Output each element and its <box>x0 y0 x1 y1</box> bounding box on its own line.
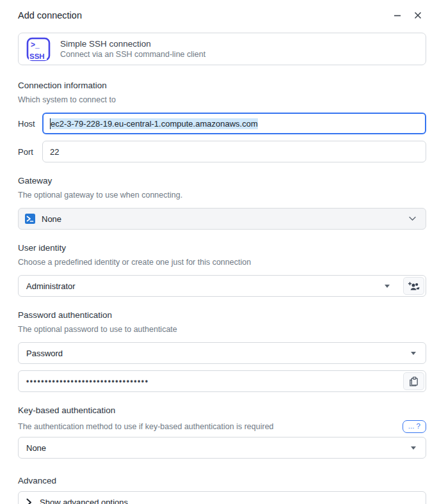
gateway-heading: Gateway <box>18 176 426 185</box>
advanced-toggle[interactable]: Show advanced options <box>18 491 426 504</box>
close-button[interactable] <box>411 8 425 22</box>
minimize-button[interactable] <box>390 8 404 22</box>
gateway-selected-value: None <box>42 214 61 224</box>
copy-password-button[interactable] <box>403 372 424 390</box>
key-auth-selected-value: None <box>19 443 411 453</box>
window-titlebar: Add connection <box>18 0 426 25</box>
page-title: Add connection <box>18 10 82 20</box>
key-auth-heading: Key-based authentication <box>18 406 426 415</box>
copy-icon <box>408 376 419 387</box>
section-gateway: Gateway The optional gateway to use when… <box>18 176 426 230</box>
section-key-based-authentication: Key-based authentication The authenticat… <box>18 406 426 459</box>
connection-heading: Connection information <box>18 81 426 90</box>
port-label: Port <box>18 147 42 157</box>
ssh-badge-icon: >_ SSH <box>26 36 51 62</box>
section-user-identity: User identity Choose a predefined identi… <box>18 243 426 297</box>
password-method-select[interactable]: Password <box>18 342 426 364</box>
identity-heading: User identity <box>18 243 426 253</box>
add-person-icon <box>408 281 420 291</box>
powershell-icon <box>25 214 35 224</box>
close-icon <box>414 12 422 19</box>
key-auth-select[interactable]: None <box>18 437 426 459</box>
password-subheading: The optional password to use to authenti… <box>18 325 426 334</box>
minimize-icon <box>394 12 401 19</box>
card-subtitle: Connect via an SSH command-line client <box>60 50 205 59</box>
card-title: Simple SSH connection <box>60 39 205 49</box>
identity-combobox[interactable]: Administrator <box>18 275 426 297</box>
connection-subheading: Which system to connect to <box>18 95 426 104</box>
add-connection-dialog: Add connection >_ SSH Simple SSH connect… <box>0 0 439 504</box>
dropdown-arrow-icon <box>411 352 416 355</box>
advanced-heading: Advanced <box>18 476 426 485</box>
chevron-right-icon <box>26 498 32 504</box>
password-masked-value: ••••••••••••••••••••••••••••••••• <box>19 377 399 386</box>
identity-selected-value: Administrator <box>19 281 385 291</box>
add-identity-button[interactable] <box>403 277 424 295</box>
help-label: ... ? <box>408 422 420 430</box>
advanced-toggle-label: Show advanced options <box>40 498 128 504</box>
svg-text:SSH: SSH <box>29 52 45 60</box>
identity-subheading: Choose a predefined identity or create o… <box>18 258 426 267</box>
dropdown-arrow-icon <box>385 285 390 288</box>
window-controls <box>390 8 426 22</box>
password-heading: Password authentication <box>18 310 426 320</box>
key-auth-help-button[interactable]: ... ? <box>403 420 426 433</box>
key-auth-subheading: The authentication method to use if key-… <box>18 422 274 431</box>
section-password-authentication: Password authentication The optional pas… <box>18 310 426 392</box>
connection-type-card: >_ SSH Simple SSH connection Connect via… <box>18 33 426 65</box>
port-row: Port 22 <box>18 141 426 162</box>
section-connection-information: Connection information Which system to c… <box>18 81 426 162</box>
gateway-subheading: The optional gateway to use when connect… <box>18 191 426 200</box>
svg-text:>_: >_ <box>31 40 40 49</box>
gateway-select[interactable]: None <box>18 208 426 230</box>
host-row: Host ec2-3-79-228-19.eu-central-1.comput… <box>18 113 426 134</box>
password-input[interactable]: ••••••••••••••••••••••••••••••••• <box>18 370 426 392</box>
host-input[interactable]: ec2-3-79-228-19.eu-central-1.compute.ama… <box>42 113 426 134</box>
port-value: 22 <box>50 147 59 157</box>
chevron-down-icon <box>409 216 416 221</box>
section-advanced: Advanced Show advanced options <box>18 476 426 504</box>
card-text: Simple SSH connection Connect via an SSH… <box>60 39 205 59</box>
password-method-value: Password <box>19 349 411 358</box>
port-input[interactable]: 22 <box>42 141 426 162</box>
host-selected-text: ec2-3-79-228-19.eu-central-1.compute.ama… <box>51 118 258 129</box>
host-label: Host <box>18 119 42 129</box>
dropdown-arrow-icon <box>411 446 416 450</box>
